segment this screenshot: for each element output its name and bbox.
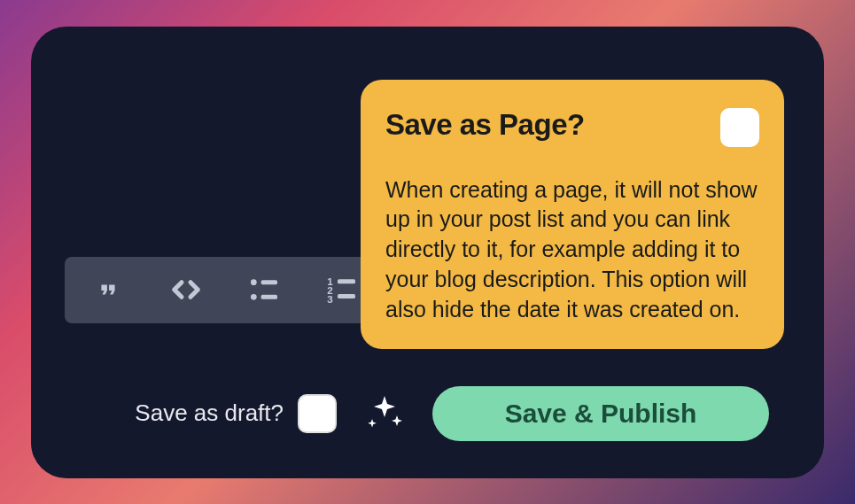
formatting-toolbar: 1 2 3	[65, 257, 393, 323]
bottom-bar: Save as draft? Save & Publish	[31, 386, 824, 441]
svg-rect-8	[338, 294, 355, 299]
save-as-page-checkbox[interactable]	[720, 108, 759, 147]
draft-section: Save as draft?	[135, 394, 337, 433]
svg-rect-7	[338, 279, 355, 283]
numbered-list-icon[interactable]: 1 2 3	[321, 268, 363, 311]
bullet-list-icon[interactable]	[243, 268, 285, 311]
svg-text:3: 3	[327, 293, 333, 305]
tooltip-title: Save as Page?	[385, 108, 585, 142]
editor-modal: 1 2 3 Save as Page? When creating a page…	[31, 27, 824, 478]
tooltip-header: Save as Page?	[385, 108, 759, 147]
svg-rect-3	[261, 295, 277, 299]
sparkle-icon[interactable]	[363, 392, 406, 435]
draft-label: Save as draft?	[135, 399, 284, 427]
quote-icon[interactable]	[87, 268, 129, 311]
code-icon[interactable]	[165, 268, 207, 311]
svg-point-2	[251, 294, 257, 300]
tooltip-body: When creating a page, it will not show u…	[385, 175, 759, 325]
svg-point-0	[251, 279, 257, 285]
save-as-page-tooltip: Save as Page? When creating a page, it w…	[361, 80, 784, 350]
svg-rect-1	[261, 280, 277, 284]
save-as-draft-checkbox[interactable]	[298, 394, 337, 433]
save-publish-button[interactable]: Save & Publish	[432, 386, 769, 441]
